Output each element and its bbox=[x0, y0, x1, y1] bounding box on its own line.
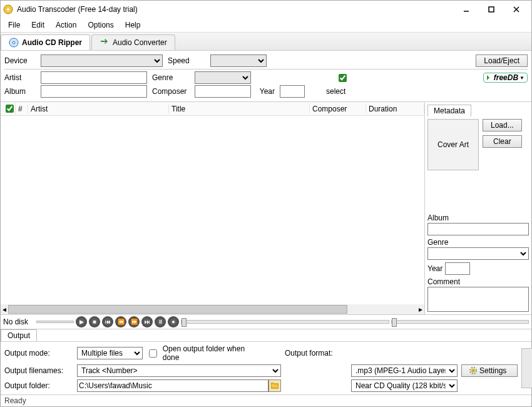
disk-status: No disk bbox=[3, 317, 34, 326]
folder-icon bbox=[271, 383, 279, 389]
rip-cd-button[interactable]: Rip CD bbox=[521, 348, 532, 388]
rewind-button[interactable]: ⏪ bbox=[115, 316, 126, 327]
meta-comment-label: Comment bbox=[427, 277, 529, 286]
output-mode-select[interactable]: Multiple files bbox=[77, 347, 143, 359]
meta-year-label: Year bbox=[427, 264, 442, 273]
composer-input[interactable] bbox=[195, 85, 251, 98]
forward-button[interactable]: ⏩ bbox=[128, 316, 140, 327]
open-folder-checkbox[interactable] bbox=[149, 349, 157, 358]
select-checkbox[interactable] bbox=[339, 74, 347, 82]
output-format-label: Output format: bbox=[285, 349, 347, 358]
cover-art-box[interactable]: Cover Art bbox=[427, 119, 479, 170]
col-duration[interactable]: Duration bbox=[366, 105, 424, 113]
track-list-body bbox=[1, 116, 424, 304]
menu-help[interactable]: Help bbox=[120, 19, 146, 31]
cover-clear-button[interactable]: Clear bbox=[483, 135, 522, 148]
output-folder-label: Output folder: bbox=[4, 381, 73, 390]
close-button[interactable] bbox=[504, 2, 529, 17]
menu-file[interactable]: File bbox=[3, 19, 25, 31]
tab-converter-label: Audio Converter bbox=[113, 38, 167, 47]
meta-comment-input[interactable] bbox=[427, 287, 529, 312]
device-label: Device bbox=[4, 56, 36, 65]
year-label: Year bbox=[256, 87, 275, 96]
metadata-panel: Metadata Cover Art Load... Clear Album G… bbox=[425, 102, 531, 314]
artist-label: Artist bbox=[4, 73, 36, 82]
tab-ripper-label: Audio CD Ripper bbox=[22, 38, 82, 47]
album-input[interactable] bbox=[41, 85, 147, 98]
output-tab[interactable]: Output bbox=[1, 329, 37, 341]
freedb-arrow-icon bbox=[486, 75, 493, 81]
format-settings-button[interactable]: Settings bbox=[461, 364, 518, 377]
tab-ripper[interactable]: Audio CD Ripper bbox=[1, 34, 90, 50]
select-label: select bbox=[326, 87, 345, 96]
svg-point-8 bbox=[471, 369, 475, 373]
seek-slider[interactable] bbox=[181, 320, 389, 324]
track-progress[interactable] bbox=[36, 321, 74, 323]
maximize-button[interactable] bbox=[479, 2, 504, 17]
composer-label: Composer bbox=[152, 87, 190, 96]
menu-action[interactable]: Action bbox=[51, 19, 81, 31]
menu-options[interactable]: Options bbox=[83, 19, 118, 31]
horizontal-scrollbar[interactable]: ◂ ▸ bbox=[1, 304, 424, 314]
speed-select[interactable] bbox=[210, 54, 267, 67]
cd-form: Device Speed Load/Eject Artist Genre fre… bbox=[1, 51, 531, 102]
svg-point-1 bbox=[7, 8, 9, 11]
playback-bar: No disk ▶ ■ ⏮ ⏪ ⏩ ⏭ ⏸ ● bbox=[1, 315, 531, 329]
output-panel: Output mode: Multiple files Open output … bbox=[1, 342, 531, 394]
output-format-select[interactable]: .mp3 (MPEG-1 Audio Layer 3) bbox=[351, 364, 458, 377]
app-icon bbox=[3, 4, 13, 14]
record-button[interactable]: ● bbox=[168, 316, 179, 327]
open-folder-label: Open output folder when done bbox=[163, 344, 258, 362]
prev-button[interactable]: ⏮ bbox=[102, 316, 113, 327]
minimize-button[interactable] bbox=[454, 2, 479, 17]
year-input[interactable] bbox=[280, 85, 305, 98]
tab-converter[interactable]: Audio Converter bbox=[91, 34, 175, 50]
menubar: File Edit Action Options Help bbox=[1, 18, 531, 33]
track-list: # Artist Title Composer Duration ◂ ▸ bbox=[1, 102, 425, 314]
menu-edit[interactable]: Edit bbox=[26, 19, 49, 31]
col-title[interactable]: Title bbox=[169, 105, 310, 113]
status-bar: Ready bbox=[1, 394, 531, 406]
meta-year-input[interactable] bbox=[445, 262, 470, 275]
output-quality-select[interactable]: Near CD Quality (128 kbit/s) bbox=[351, 379, 458, 392]
output-folder-input[interactable] bbox=[77, 379, 269, 392]
convert-icon bbox=[100, 38, 110, 48]
freedb-button[interactable]: freeDB ▼ bbox=[483, 73, 528, 83]
track-list-header: # Artist Title Composer Duration bbox=[1, 102, 424, 116]
gear-icon bbox=[469, 367, 477, 374]
window-title: Audio Transcoder (Free 14-day trial) bbox=[17, 5, 454, 14]
svg-rect-3 bbox=[489, 7, 494, 12]
meta-genre-select[interactable] bbox=[427, 247, 529, 260]
titlebar: Audio Transcoder (Free 14-day trial) bbox=[1, 1, 531, 18]
select-all-checkbox[interactable] bbox=[6, 105, 14, 113]
play-button[interactable]: ▶ bbox=[76, 316, 87, 327]
cover-load-button[interactable]: Load... bbox=[483, 119, 522, 131]
album-label: Album bbox=[4, 87, 36, 96]
pause-button[interactable]: ⏸ bbox=[155, 316, 166, 327]
genre-label: Genre bbox=[152, 73, 190, 82]
browse-folder-button[interactable] bbox=[269, 379, 281, 392]
col-num[interactable]: # bbox=[16, 105, 28, 113]
col-artist[interactable]: Artist bbox=[28, 105, 169, 113]
cd-icon bbox=[9, 38, 19, 48]
main-tabs: Audio CD Ripper Audio Converter bbox=[1, 33, 531, 51]
genre-select[interactable] bbox=[195, 71, 251, 84]
artist-input[interactable] bbox=[41, 71, 147, 84]
device-select[interactable] bbox=[41, 54, 163, 67]
output-mode-label: Output mode: bbox=[4, 349, 73, 358]
next-button[interactable]: ⏭ bbox=[141, 316, 153, 327]
volume-slider[interactable] bbox=[391, 320, 529, 324]
col-composer[interactable]: Composer bbox=[310, 105, 366, 113]
meta-genre-label: Genre bbox=[427, 238, 529, 247]
svg-point-7 bbox=[13, 41, 15, 44]
meta-album-label: Album bbox=[427, 214, 529, 222]
meta-album-input[interactable] bbox=[427, 223, 529, 235]
stop-button[interactable]: ■ bbox=[89, 316, 100, 327]
output-filenames-label: Output filenames: bbox=[4, 366, 73, 375]
output-filenames-select[interactable]: Track <Number> bbox=[77, 364, 281, 377]
load-eject-button[interactable]: Load/Eject bbox=[476, 54, 528, 67]
speed-label: Speed bbox=[168, 56, 205, 65]
metadata-tab[interactable]: Metadata bbox=[427, 105, 471, 116]
